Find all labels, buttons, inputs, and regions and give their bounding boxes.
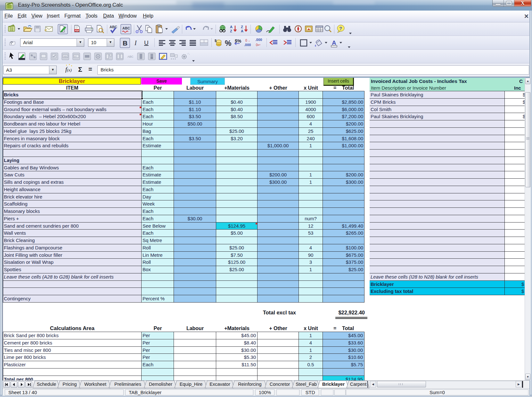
svg-text:?: ? — [339, 26, 342, 31]
svg-text:Concretor: Concretor — [270, 382, 290, 387]
svg-text:A: A — [230, 25, 233, 29]
svg-text:.000: .000 — [255, 38, 262, 42]
svg-text:ABC: ABC — [127, 55, 134, 58]
svg-text:.000: .000 — [244, 43, 251, 47]
svg-text:0→: 0→ — [245, 39, 250, 42]
svg-text:$: $ — [215, 39, 217, 43]
svg-text:Z: Z — [241, 25, 243, 29]
svg-text:Bricklayer: Bricklayer — [322, 382, 345, 387]
svg-text:I: I — [134, 39, 137, 46]
svg-text:Worksheet: Worksheet — [84, 382, 106, 387]
svg-text:0↩: 0↩ — [256, 43, 260, 47]
svg-text:PDF: PDF — [75, 29, 79, 32]
svg-text:Schedule: Schedule — [37, 382, 56, 387]
svg-text:A: A — [241, 29, 243, 33]
svg-text:#7: #7 — [74, 55, 77, 58]
svg-text:Z: Z — [230, 29, 232, 33]
svg-text:Pricing: Pricing — [62, 382, 77, 387]
svg-text:U: U — [144, 39, 149, 46]
svg-text:ABC: ABC — [122, 26, 130, 30]
svg-text:ABC: ABC — [63, 55, 68, 58]
svg-text:%: % — [225, 39, 231, 47]
svg-text:Demolisher: Demolisher — [149, 382, 172, 387]
svg-text:Excavator: Excavator — [209, 382, 230, 387]
svg-text:Reinforcing: Reinforcing — [238, 382, 261, 387]
svg-text:Steel_Fab: Steel_Fab — [296, 382, 317, 387]
svg-text:Preliminaries: Preliminaries — [114, 382, 141, 387]
svg-text:A: A — [332, 39, 336, 46]
svg-text:B: B — [123, 39, 127, 47]
svg-text:Equip_Hire: Equip_Hire — [180, 382, 203, 387]
svg-text:Carpent: Carpent — [350, 382, 367, 387]
